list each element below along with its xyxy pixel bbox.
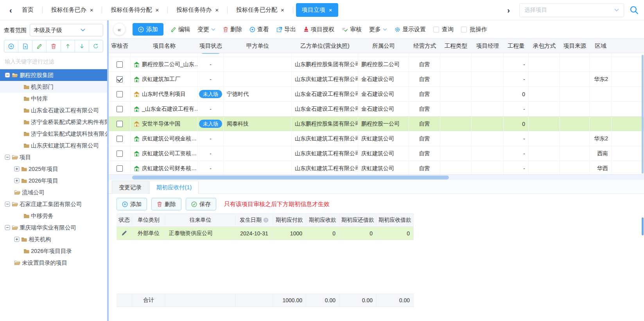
vertical-scrollbar-thumb[interactable] [642, 217, 644, 235]
row-checkbox[interactable] [117, 121, 123, 127]
column-header-8[interactable]: 项目经理 [472, 39, 504, 53]
column-header-5[interactable]: 所属公司 [358, 39, 409, 53]
detail-column-header-2[interactable]: 往来单位 [165, 214, 236, 226]
tree-item-0[interactable]: 鹏程控股集团 [0, 69, 107, 81]
tab-1[interactable]: 投标任务已办× [45, 3, 99, 17]
tree-item-10[interactable]: 流域公司 [0, 187, 107, 198]
tree-toolbar-trash-button[interactable] [47, 40, 61, 52]
tree-item-3[interactable]: 山东金石建设工程有限公司 [0, 104, 107, 116]
project-authorize-button[interactable]: 项目授权 [303, 26, 334, 33]
tree-toolbar-arrow-down-button[interactable] [75, 40, 89, 52]
view-button[interactable]: 查看 [249, 26, 269, 33]
tab-0[interactable]: 首页 [16, 3, 39, 17]
tree-item-14[interactable]: 相关机构 [0, 233, 107, 245]
audit-button[interactable]: 审核 [342, 26, 362, 33]
table-row[interactable]: 庆虹建筑公司工资核…-山东庆虹建筑工程有限公司庆虹建筑公司自营-西南 [109, 146, 644, 161]
detail-column-header-4[interactable]: 期初应付款 [273, 214, 306, 226]
detail-add-button[interactable]: 添加 [117, 198, 147, 210]
table-row[interactable]: 鸿庆公司小区一期基…未入场从成地产山东庆虹建筑工程有限公司鸿庆公司自营0 [109, 53, 644, 57]
table-row[interactable]: 安世半导体中国未入场闻泰科技山东鹏程控股集团有限公司鹏程控股一公司自营0 [109, 117, 644, 131]
table-row[interactable]: 庆虹建筑加工厂-山东庆虹建筑工程有限公司金石建设公司自营-华东2 [109, 72, 644, 87]
horizontal-scrollbar-thumb[interactable] [132, 176, 449, 179]
tree-item-5[interactable]: 济宁金虹装配式建筑科技有限公司 [0, 128, 107, 140]
detail-save-button[interactable]: 保存 [186, 198, 216, 210]
add-button[interactable]: 添加 [133, 23, 163, 36]
tab-3[interactable]: 投标任务待办× [170, 3, 224, 17]
detail-tab-0[interactable]: 变更记录 [112, 181, 149, 194]
edit-button[interactable]: 编辑 [171, 26, 190, 33]
tree-item-12[interactable]: 中移劳务 [0, 210, 107, 222]
display-settings-button[interactable]: 显示设置 [395, 26, 426, 33]
close-icon[interactable]: × [90, 7, 93, 13]
tree-item-8[interactable]: 2025年项目 [0, 163, 107, 175]
tree-toolbar-pencil-green-button[interactable] [32, 40, 47, 52]
batch-checkbox-box[interactable] [461, 27, 467, 32]
batch-checkbox[interactable]: 批操作 [461, 26, 487, 33]
column-header-2[interactable]: 项目状态 [198, 39, 224, 53]
column-header-1[interactable]: 项目名称 [131, 39, 198, 53]
row-checkbox[interactable] [117, 165, 123, 172]
row-checkbox[interactable] [117, 136, 123, 142]
tab-5[interactable]: 项目立项× [296, 3, 338, 17]
query-checkbox[interactable]: 查询 [433, 26, 454, 33]
column-header-12[interactable]: 区域 [590, 39, 612, 53]
detail-column-header-5[interactable]: 期初应收款 [306, 214, 339, 226]
column-header-3[interactable]: 甲方单位 [224, 39, 292, 53]
project-select[interactable]: 选择项目 [519, 3, 624, 17]
column-header-7[interactable]: 工程类型 [440, 39, 472, 53]
tree-toolbar-plus-circle-button[interactable] [4, 40, 18, 52]
search-icon[interactable] [630, 5, 639, 14]
detail-row[interactable]: 外部单位正泰物资供应公司2024-10-311000000 [117, 227, 414, 240]
tree-item-15[interactable]: 2026年项目目录 [0, 245, 107, 257]
column-header-4[interactable]: 乙方单位(营业执照) [292, 39, 358, 53]
tree-item-1[interactable]: 机关部门 [0, 81, 107, 93]
row-checkbox[interactable] [117, 61, 123, 68]
detail-column-header-0[interactable]: 状态 [117, 214, 132, 226]
query-checkbox-box[interactable] [433, 27, 439, 32]
vertical-scrollbar-thumb[interactable] [642, 55, 644, 174]
tree-item-7[interactable]: 项目 [0, 151, 107, 163]
close-icon[interactable]: × [281, 7, 284, 13]
table-row[interactable]: 庆虹建筑公司财务核…-山东庆虹建筑工程有限公司庆虹建筑公司自营-华西 [109, 161, 644, 174]
tree-item-6[interactable]: 山东庆虹建筑工程有限公司 [0, 140, 107, 151]
column-header-9[interactable]: 工程量 [504, 39, 529, 53]
detail-column-header-1[interactable]: 单位类别 [132, 214, 165, 226]
more-button[interactable]: 更多 [369, 26, 387, 33]
tabs-scroll-left-icon[interactable]: ‹ [5, 6, 16, 14]
tabs-scroll-right-icon[interactable]: › [503, 6, 514, 14]
row-checkbox[interactable] [117, 91, 123, 97]
column-header-10[interactable]: 承包方式 [529, 39, 560, 53]
row-checkbox[interactable] [117, 76, 123, 82]
export-button[interactable]: 导出 [276, 26, 296, 33]
tree-item-9[interactable]: 2026年项目 [0, 175, 107, 187]
column-header-0[interactable]: 审核否 [109, 39, 131, 53]
close-icon[interactable]: × [155, 7, 159, 13]
detail-tab-1[interactable]: 期初应收付(1) [149, 181, 199, 194]
tree-item-11[interactable]: 石家庄建工集团有限公司 [0, 198, 107, 210]
tree-filter-input[interactable] [0, 55, 107, 68]
table-row[interactable]: _山东金石建设工程有…-山东金石建设工程有限公司金石建设公司自营- [109, 102, 644, 117]
tree-item-16[interactable]: 未设置目录的项目 [0, 257, 107, 269]
column-header-6[interactable]: 经营方式 [409, 39, 440, 53]
table-row[interactable]: 庆虹建筑公司税金核…-山东庆虹建筑工程有限公司庆虹建筑公司自营-华东2 [109, 131, 644, 146]
detail-column-header-6[interactable]: 期初应还借款 [339, 214, 377, 226]
tree-toolbar-refresh-button[interactable] [89, 40, 103, 52]
scope-select[interactable]: 本级及子级 [30, 24, 103, 36]
detail-column-header-3[interactable]: 发生日期? [236, 214, 273, 226]
tree-toolbar-file-plus-button[interactable] [18, 40, 32, 52]
table-row[interactable]: 山东时代垦利项目未入场宁德时代山东金石建设工程有限公司金石建设公司自营0 [109, 87, 644, 102]
collapse-sidebar-button[interactable]: « [113, 23, 125, 35]
table-row[interactable]: 鹏程控股二公司_山东…-山东鹏程控股集团有限公司鹏程控股二公司自营- [109, 57, 644, 72]
tree-item-13[interactable]: 重庆瑞华实业有限公司 [0, 222, 107, 233]
tab-2[interactable]: 投标任务待分配× [105, 3, 165, 17]
change-button[interactable]: 变更 [197, 26, 215, 33]
detail-column-header-7[interactable]: 期初应收借款 [377, 214, 414, 226]
close-icon[interactable]: × [215, 7, 219, 13]
tab-4[interactable]: 投标任务已分配× [230, 3, 290, 17]
close-icon[interactable]: × [329, 7, 332, 13]
horizontal-scrollbar[interactable] [109, 174, 644, 180]
row-checkbox[interactable] [117, 151, 123, 157]
tree-item-2[interactable]: 中转库 [0, 93, 107, 104]
delete-button[interactable]: 删除 [223, 26, 242, 33]
tree-item-4[interactable]: 济宁金桥装配式桥梁大构件有限公司 [0, 116, 107, 128]
